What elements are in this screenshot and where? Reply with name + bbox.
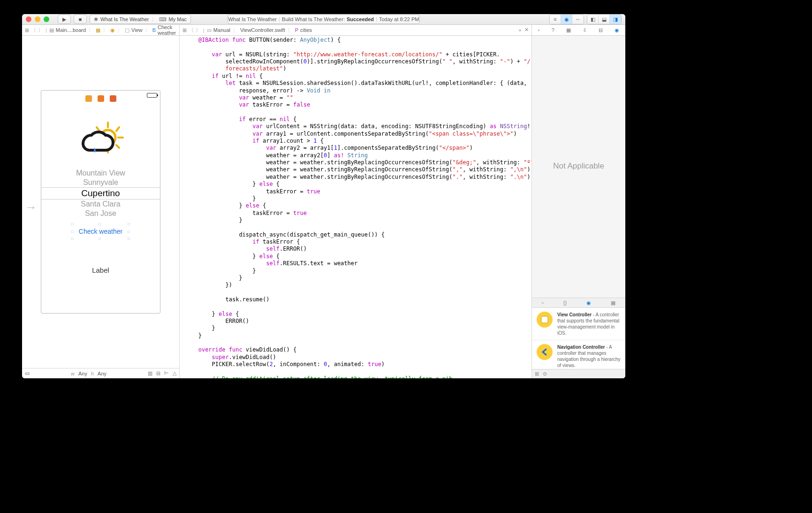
related-items-icon[interactable]: ⊞ <box>25 27 29 33</box>
svg-line-3 <box>116 145 119 148</box>
pin-icon[interactable]: ⊢ <box>164 370 169 376</box>
svg-line-5 <box>97 127 99 131</box>
attributes-inspector-icon[interactable]: ⇩ <box>583 27 587 33</box>
window-controls <box>26 16 49 22</box>
scheme-selector[interactable]: ✱ What Is The Weather 〉 ⌨ My Mac <box>90 15 191 24</box>
assistant-editor-icon[interactable]: ◉ <box>561 15 572 24</box>
inspector-panel: Not Applicable ▫ {} ◉ ▦ View Controller … <box>531 36 625 378</box>
jump-bar-row: ⊞ 〈 〉 | ▤ Main....board 〉 ▦ 〉 ◉ 〉 ▢ View… <box>22 25 625 36</box>
close-assistant-icon[interactable]: ✕ <box>524 27 529 34</box>
right-pane-icon[interactable]: ◨ <box>610 15 621 24</box>
left-jump-bar[interactable]: ⊞ 〈 〉 | ▤ Main....board 〉 ▦ 〉 ◉ 〉 ▢ View… <box>22 25 180 35</box>
library-footer: ⊞ ⊝ <box>532 369 625 378</box>
standard-editor-icon[interactable]: ≡ <box>550 15 561 24</box>
weather-icon <box>75 119 127 161</box>
picker-view[interactable]: Mountain View Sunnyvale Cupertino Santa … <box>41 168 160 218</box>
activity-status[interactable]: What Is The Weather | Build What Is The … <box>228 15 420 24</box>
storyboard-file-icon: ▤ <box>49 27 54 33</box>
view-controller-icon <box>537 312 553 328</box>
grid-view-icon[interactable]: ⊞ <box>535 371 539 377</box>
result-label[interactable]: Label <box>92 266 109 274</box>
picker-item-selected: Cupertino <box>41 187 160 199</box>
editor-mode-group: ≡ ◉ ↔ <box>549 14 584 24</box>
version-editor-icon[interactable]: ↔ <box>572 15 584 24</box>
identity-inspector-icon[interactable]: ▦ <box>566 27 571 33</box>
button-icon: B <box>152 27 156 33</box>
scheme-name: What Is The Weather <box>100 16 149 22</box>
minimize-window-icon[interactable] <box>35 16 40 22</box>
picker-item: Mountain View <box>41 168 160 178</box>
battery-icon <box>147 93 157 98</box>
quick-help-icon[interactable]: ? <box>552 27 554 33</box>
document-outline-toggle-icon[interactable]: ▭ <box>25 370 30 376</box>
check-weather-button-selected[interactable]: □□□ □□ □□□ Check weather <box>76 227 125 236</box>
back-icon[interactable]: 〈 <box>31 27 36 34</box>
xcode-window: ▶ ■ ✱ What Is The Weather 〉 ⌨ My Mac Wha… <box>22 14 625 378</box>
add-assistant-icon[interactable]: ＋ <box>517 27 523 34</box>
toolbar-left: ▶ ■ ✱ What Is The Weather 〉 ⌨ My Mac <box>58 15 191 24</box>
picker-item: Santa Clara <box>41 199 160 209</box>
file-template-library-icon[interactable]: ▫ <box>542 300 544 306</box>
object-library-list[interactable]: View Controller - A controller that supp… <box>532 308 625 369</box>
forward-icon[interactable]: 〉 <box>38 27 43 34</box>
ib-canvas[interactable]: Mountain View Sunnyvale Cupertino Santa … <box>22 36 179 368</box>
first-responder-badge-icon[interactable] <box>98 95 104 102</box>
stack-icon[interactable]: ▥ <box>148 370 152 376</box>
titlebar: ▶ ■ ✱ What Is The Weather 〉 ⌨ My Mac Wha… <box>22 14 625 25</box>
forward-icon[interactable]: 〉 <box>196 27 201 34</box>
interface-builder-panel: → <box>22 36 180 378</box>
scene-icon: ▦ <box>96 27 100 33</box>
picker-item: Sunnyvale <box>41 178 160 187</box>
library-item[interactable]: View Controller - A controller that supp… <box>532 308 625 340</box>
vc-icon: ◉ <box>110 27 115 33</box>
inspector-tabs: ▫ ? ▦ ⇩ ⊟ ◉ <box>531 25 625 35</box>
assistant-jump-bar[interactable]: ⊞ 〈 〉 | ▭ Manual 〉 ViewController.swift … <box>180 25 531 35</box>
toolbar-right: ≡ ◉ ↔ ◧ ⬓ ◨ <box>549 14 622 24</box>
align-icon[interactable]: ⊟ <box>156 370 160 376</box>
library-tabs: ▫ {} ◉ ▦ <box>532 298 625 308</box>
code-content: @IBAction func BUTTON(sender: AnyObject)… <box>180 36 531 378</box>
device-icon: ⌨ <box>159 16 167 23</box>
zoom-window-icon[interactable] <box>44 16 49 22</box>
view-icon: ▢ <box>125 27 129 33</box>
check-weather-button[interactable]: Check weather <box>76 227 125 236</box>
size-inspector-icon[interactable]: ⊟ <box>599 27 603 33</box>
bottom-pane-icon[interactable]: ⬓ <box>599 15 610 24</box>
left-pane-icon[interactable]: ◧ <box>587 15 599 24</box>
svg-line-1 <box>116 127 119 131</box>
filter-icon[interactable]: ⊝ <box>543 371 547 377</box>
vc-badge-icon[interactable] <box>85 95 92 102</box>
media-library-icon[interactable]: ▦ <box>611 300 615 306</box>
back-icon[interactable]: 〈 <box>189 27 194 34</box>
scheme-target: My Mac <box>169 16 187 22</box>
related-items-icon[interactable]: ⊞ <box>182 27 187 33</box>
picker-item: San Jose <box>41 209 160 218</box>
run-button[interactable]: ▶ <box>58 15 71 24</box>
inspector-placeholder: Not Applicable <box>553 161 604 171</box>
object-library-icon[interactable]: ◉ <box>586 300 591 306</box>
ib-footer: ▭ wAny hAny ▥ ⊟ ⊢ △ <box>22 368 179 378</box>
code-snippet-library-icon[interactable]: {} <box>563 300 567 306</box>
library-item[interactable]: Navigation Controller - A controller tha… <box>532 340 625 369</box>
pane-visibility-group: ◧ ⬓ ◨ <box>587 14 622 24</box>
connections-inspector-icon[interactable]: ◉ <box>615 27 619 33</box>
svg-rect-7 <box>541 316 548 323</box>
phone-canvas[interactable]: Mountain View Sunnyvale Cupertino Santa … <box>41 90 160 314</box>
stop-button[interactable]: ■ <box>74 15 87 24</box>
property-icon: P <box>295 27 298 33</box>
file-inspector-icon[interactable]: ▫ <box>538 27 540 33</box>
resolve-icon[interactable]: △ <box>173 370 176 376</box>
inspector-body: Not Applicable <box>532 36 625 298</box>
scheme-icon: ✱ <box>94 16 98 23</box>
code-editor[interactable]: @IBAction func BUTTON(sender: AnyObject)… <box>180 36 531 378</box>
exit-badge-icon[interactable] <box>110 95 116 102</box>
main-split: → <box>22 36 625 378</box>
close-window-icon[interactable] <box>26 16 31 22</box>
manual-icon: ▭ <box>207 27 212 33</box>
navigation-controller-icon <box>537 344 553 360</box>
